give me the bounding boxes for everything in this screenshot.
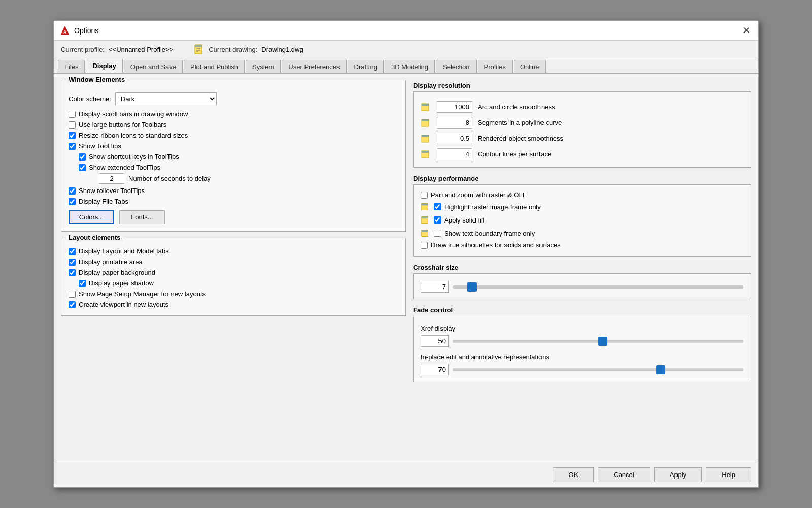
delay-row: Number of seconds to delay <box>99 173 398 184</box>
res-icon-1 <box>421 117 432 129</box>
checkbox-extended-tooltips: Show extended ToolTips <box>79 164 398 171</box>
ok-button[interactable]: OK <box>553 467 594 482</box>
res-input-2[interactable] <box>437 133 472 144</box>
tab-plot-publish[interactable]: Plot and Publish <box>184 60 245 73</box>
cb-scroll-bars-label: Display scroll bars in drawing window <box>79 110 188 118</box>
cb-text-boundary[interactable] <box>434 230 441 237</box>
cb-rollover-tooltips-label: Show rollover ToolTips <box>79 187 145 195</box>
perf-icon-1 <box>421 202 431 212</box>
help-button[interactable]: Help <box>706 467 751 482</box>
checkbox-shortcut-keys: Show shortcut keys in ToolTips <box>79 153 398 161</box>
color-scheme-select[interactable]: Dark Light <box>115 92 217 105</box>
cb-extended-tooltips-label: Show extended ToolTips <box>89 164 160 171</box>
display-performance-title: Display performance <box>413 175 751 182</box>
cb-shortcut-keys[interactable] <box>79 153 86 161</box>
crosshair-section: Crosshair size <box>413 262 751 299</box>
cb-page-setup[interactable] <box>69 291 76 298</box>
tab-drafting[interactable]: Drafting <box>348 60 384 73</box>
apply-button[interactable]: Apply <box>654 467 702 482</box>
xref-input[interactable] <box>421 335 449 347</box>
svg-rect-18 <box>422 217 428 219</box>
fade-control-section: Fade control Xref display In-place edit … <box>413 304 751 382</box>
inplace-label: In-place edit and annotative representat… <box>421 353 743 361</box>
cancel-button[interactable]: Cancel <box>598 467 650 482</box>
drawing-icon <box>193 44 205 55</box>
res-row-1: Segments in a polyline curve <box>421 117 743 129</box>
fade-control-title: Fade control <box>413 306 751 314</box>
svg-rect-16 <box>422 204 428 206</box>
dialog-title: Options <box>74 26 98 35</box>
cb-show-tooltips[interactable] <box>69 143 76 150</box>
res-icon-3 <box>421 149 432 160</box>
xref-slider-thumb[interactable] <box>598 337 607 346</box>
res-row-3: Contour lines per surface <box>421 148 743 160</box>
checkbox-large-buttons: Use large buttons for Toolbars <box>69 121 398 129</box>
display-resolution-section: Display resolution Arc and circle smooth… <box>413 80 751 168</box>
tab-files[interactable]: Files <box>58 60 85 73</box>
acad-icon: A <box>60 25 70 36</box>
tab-selection[interactable]: Selection <box>436 60 476 73</box>
inplace-input[interactable] <box>421 364 449 375</box>
cb-large-buttons[interactable] <box>69 121 76 129</box>
cb-pan-zoom[interactable] <box>421 192 428 199</box>
perf-icon-2 <box>421 215 431 225</box>
cb-file-tabs[interactable] <box>69 198 76 205</box>
cb-paper-background-label: Display paper background <box>79 269 155 276</box>
cb-solid-fill[interactable] <box>434 216 441 224</box>
crosshair-title: Crosshair size <box>413 264 751 271</box>
checkbox-resize-ribbon: Resize ribbon icons to standard sizes <box>69 132 398 139</box>
res-label-0: Arc and circle smoothness <box>478 103 555 111</box>
delay-label: Number of seconds to delay <box>128 175 211 182</box>
cb-printable-area[interactable] <box>69 259 76 266</box>
perf-cb-1: Highlight raster image frame only <box>421 202 743 212</box>
tab-profiles[interactable]: Profiles <box>478 60 513 73</box>
res-input-0[interactable] <box>437 101 472 113</box>
cb-resize-ribbon-label: Resize ribbon icons to standard sizes <box>79 132 188 139</box>
cb-silhouettes[interactable] <box>421 242 428 249</box>
display-resolution-title: Display resolution <box>413 82 751 89</box>
res-input-3[interactable] <box>437 148 472 160</box>
crosshair-input[interactable] <box>421 281 449 293</box>
inplace-slider-thumb[interactable] <box>656 365 665 374</box>
options-dialog: A Options ✕ Current profile: <<Unnamed P… <box>53 20 759 488</box>
tab-system[interactable]: System <box>246 60 281 73</box>
cb-pan-zoom-label: Pan and zoom with raster & OLE <box>431 191 527 199</box>
cb-silhouettes-label: Draw true silhouettes for solids and sur… <box>431 241 561 249</box>
profile-label: Current profile: <box>61 46 105 53</box>
cb-rollover-tooltips[interactable] <box>69 187 76 195</box>
res-row-2: Rendered object smoothness <box>421 133 743 144</box>
cb-paper-shadow[interactable] <box>79 280 86 287</box>
cb-scroll-bars[interactable] <box>69 111 76 118</box>
cb-solid-fill-label: Apply solid fill <box>444 216 484 224</box>
checkbox-create-viewport: Create viewport in new layouts <box>69 301 398 308</box>
xref-slider-track <box>453 340 743 343</box>
res-input-1[interactable] <box>437 117 472 129</box>
fonts-button[interactable]: Fonts... <box>119 210 165 224</box>
cb-extended-tooltips[interactable] <box>79 164 86 171</box>
tab-open-save[interactable]: Open and Save <box>124 60 183 73</box>
cb-create-viewport[interactable] <box>69 301 76 308</box>
crosshair-slider-track <box>453 285 743 289</box>
tab-user-prefs[interactable]: User Preferences <box>282 60 346 73</box>
window-elements-title: Window Elements <box>66 76 127 83</box>
delay-input[interactable] <box>99 173 124 184</box>
svg-rect-8 <box>422 104 429 106</box>
cb-paper-shadow-label: Display paper shadow <box>89 279 154 287</box>
cb-paper-background[interactable] <box>69 269 76 276</box>
colors-button[interactable]: Colors... <box>69 210 114 224</box>
tab-online[interactable]: Online <box>514 60 546 73</box>
cb-file-tabs-label: Display File Tabs <box>79 198 128 205</box>
cb-layout-model-tabs[interactable] <box>69 248 76 255</box>
close-button[interactable]: ✕ <box>740 25 752 36</box>
res-row-0: Arc and circle smoothness <box>421 101 743 113</box>
crosshair-slider-thumb[interactable] <box>467 282 477 292</box>
cb-highlight-raster[interactable] <box>434 203 441 210</box>
res-icon-2 <box>421 133 432 144</box>
inplace-slider-track <box>453 368 743 371</box>
cb-resize-ribbon[interactable] <box>69 132 76 139</box>
svg-rect-10 <box>422 119 429 121</box>
tab-3d-modeling[interactable]: 3D Modeling <box>385 60 435 73</box>
checkbox-paper-background: Display paper background <box>69 269 398 276</box>
layout-elements-title: Layout elements <box>66 234 123 241</box>
tab-display[interactable]: Display <box>86 59 122 73</box>
